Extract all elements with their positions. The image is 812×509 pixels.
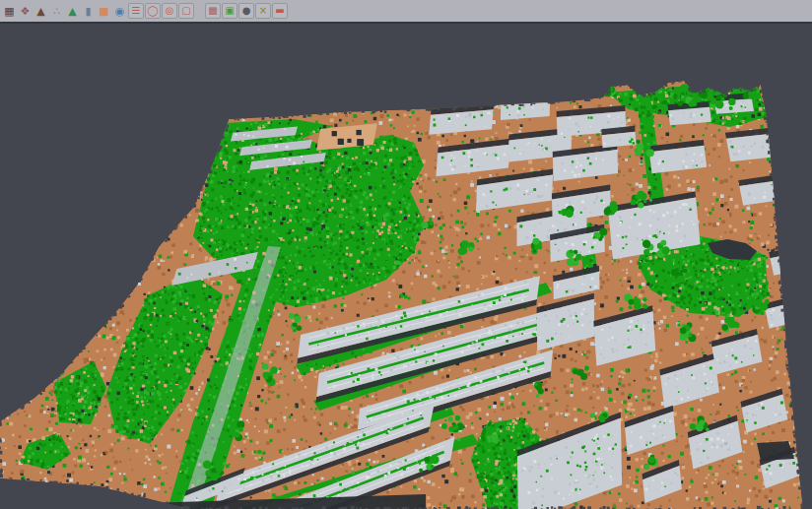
remove-strip-icon[interactable]: ▬: [272, 3, 288, 19]
dem-mountain-icon[interactable]: ▲: [34, 4, 48, 19]
texture-grid-icon[interactable]: ▩: [205, 3, 221, 19]
red-circle-icon[interactable]: ◯: [145, 3, 161, 19]
selection-area-icon[interactable]: ▢: [178, 3, 194, 19]
toolbar: ▦❖▲∴▲▮■◉☰◯◎▢▩▣●×▬: [0, 0, 812, 24]
align-points-icon[interactable]: ❖: [18, 4, 33, 19]
point-cloud-scene[interactable]: [0, 0, 812, 509]
red-list-icon[interactable]: ☰: [128, 3, 144, 19]
classification-colors-icon[interactable]: ▣: [222, 3, 237, 19]
sparse-points-icon[interactable]: ∴: [49, 4, 64, 19]
toolbar-group: ▩▣●×▬: [205, 3, 288, 19]
terrain-model-icon[interactable]: ▲: [65, 4, 80, 19]
profile-column-icon[interactable]: ▮: [81, 4, 96, 19]
app-window: ▦❖▲∴▲▮■◉☰◯◎▢▩▣●×▬: [0, 0, 812, 509]
open-project-icon[interactable]: ▦: [2, 4, 17, 19]
toolbar-group: ▦❖▲∴▲▮■◉☰◯◎▢: [2, 3, 194, 19]
orthophoto-icon[interactable]: ■: [97, 4, 111, 19]
red-target-icon[interactable]: ◎: [162, 3, 177, 19]
globe-icon[interactable]: ◉: [112, 4, 127, 19]
mesh-sphere-icon[interactable]: ●: [238, 3, 254, 19]
discard-icon[interactable]: ×: [255, 3, 271, 19]
3d-viewport[interactable]: [0, 24, 812, 509]
